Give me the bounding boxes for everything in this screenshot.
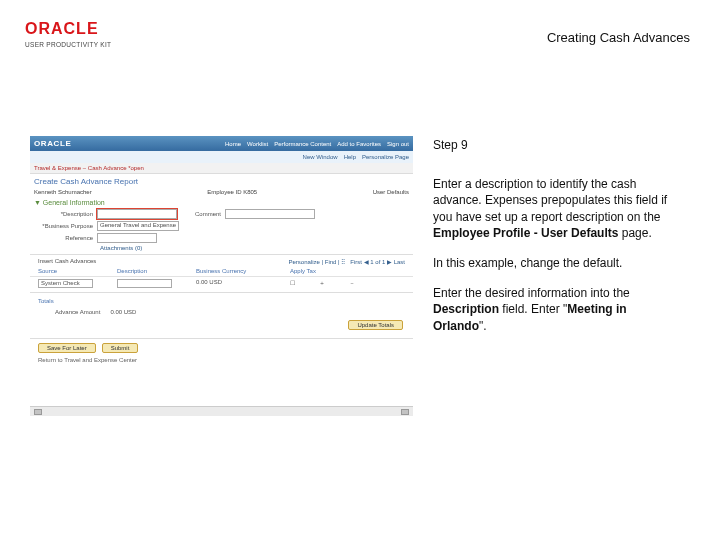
- row-add-icon[interactable]: ＋: [319, 279, 325, 288]
- section-general-info[interactable]: ▼ General Information: [30, 197, 413, 208]
- empid-value: K805: [243, 189, 257, 195]
- nav-worklist[interactable]: Worklist: [247, 141, 268, 147]
- user-defaults-link[interactable]: User Defaults: [373, 189, 409, 195]
- col-currency: Business Currency: [196, 268, 266, 274]
- col-description: Description: [117, 268, 172, 274]
- row-remove-icon[interactable]: －: [349, 279, 355, 288]
- empid-label: Employee ID: [207, 189, 241, 195]
- scroll-right-icon[interactable]: [401, 409, 409, 415]
- return-link[interactable]: Return to Travel and Expense Center: [30, 355, 413, 365]
- instruction-p2: In this example, change the default.: [433, 255, 683, 271]
- row-tax-checkbox[interactable]: ☐: [290, 279, 295, 288]
- app-subnav: New Window Help Personalize Page: [30, 151, 413, 163]
- instruction-p1: Enter a description to identify the cash…: [433, 176, 683, 241]
- reference-input[interactable]: [97, 233, 157, 243]
- nav-signout[interactable]: Sign out: [387, 141, 409, 147]
- form-title: Create Cash Advance Report: [30, 174, 413, 187]
- app-brand: ORACLE: [34, 139, 71, 148]
- employee-name: Kenneth Schumacher: [34, 189, 92, 195]
- row-source[interactable]: System Check: [38, 279, 93, 288]
- scroll-left-icon[interactable]: [34, 409, 42, 415]
- reference-label: Reference: [38, 235, 93, 241]
- submit-button[interactable]: Submit: [102, 343, 139, 353]
- advance-amount-value: 0.00 USD: [110, 309, 136, 315]
- nav-home[interactable]: Home: [225, 141, 241, 147]
- advance-amount-label: Advance Amount: [55, 309, 100, 315]
- totals-label: Totals: [30, 295, 413, 307]
- link-personalize[interactable]: Personalize Page: [362, 154, 409, 160]
- link-new-window[interactable]: New Window: [303, 154, 338, 160]
- update-totals-button[interactable]: Update Totals: [348, 320, 403, 330]
- app-nav: Home Worklist Performance Content Add to…: [225, 141, 409, 147]
- comment-input[interactable]: [225, 209, 315, 219]
- oracle-logo: ORACLE: [25, 20, 99, 38]
- grid-title: Insert Cash Advances: [38, 258, 96, 265]
- training-screenshot: ORACLE Home Worklist Performance Content…: [30, 136, 413, 416]
- grid-pager[interactable]: First ◀ 1 of 1 ▶ Last: [350, 259, 405, 265]
- step-number: Step 9: [433, 137, 683, 153]
- page-title: Creating Cash Advances: [547, 30, 690, 45]
- purpose-label: *Business Purpose: [38, 223, 93, 229]
- nav-fav[interactable]: Add to Favorites: [337, 141, 381, 147]
- nav-perf[interactable]: Performance Content: [274, 141, 331, 147]
- col-source: Source: [38, 268, 93, 274]
- link-help[interactable]: Help: [344, 154, 356, 160]
- grid-actions[interactable]: Personalize | Find | ⠿: [288, 259, 345, 265]
- horizontal-scrollbar[interactable]: [30, 406, 413, 416]
- row-amount: 0.00 USD: [196, 279, 266, 288]
- description-input[interactable]: [97, 209, 177, 219]
- breadcrumb: Travel & Expense – Cash Advance *open: [30, 163, 413, 174]
- col-tax: Apply Tax: [290, 268, 316, 274]
- purpose-select[interactable]: General Travel and Expense: [97, 221, 179, 231]
- attachments-link[interactable]: Attachments (0): [100, 245, 142, 251]
- logo-subtitle: USER PRODUCTIVITY KIT: [25, 41, 111, 48]
- instruction-p3: Enter the desired information into the D…: [433, 285, 683, 334]
- instructions-panel: Step 9 Enter a description to identify t…: [433, 137, 683, 348]
- row-desc[interactable]: [117, 279, 172, 288]
- description-label: *Description: [38, 211, 93, 217]
- app-topbar: ORACLE Home Worklist Performance Content…: [30, 136, 413, 151]
- save-button[interactable]: Save For Later: [38, 343, 96, 353]
- comment-label: Comment: [181, 211, 221, 217]
